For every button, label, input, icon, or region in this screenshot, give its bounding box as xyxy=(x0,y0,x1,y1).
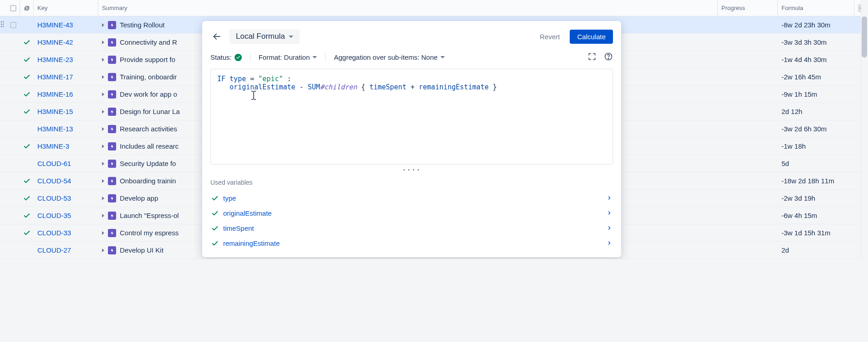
formula-value: -1w 18h xyxy=(778,138,854,155)
expand-icon[interactable] xyxy=(102,249,104,252)
chevron-right-icon xyxy=(607,224,612,232)
svg-point-5 xyxy=(3,26,4,27)
row-checkbox[interactable] xyxy=(6,22,20,28)
svg-point-0 xyxy=(1,21,2,22)
row-status-icon xyxy=(20,177,34,185)
epic-icon xyxy=(108,73,116,81)
summary-text: Research activities xyxy=(120,125,177,133)
expand-icon[interactable] xyxy=(102,231,104,235)
issue-key[interactable]: H3MINE-15 xyxy=(37,108,73,115)
summary-text: Includes all researc xyxy=(120,142,179,150)
issue-key[interactable]: CLOUD-54 xyxy=(37,177,71,185)
progress-cell xyxy=(718,207,778,224)
issue-key[interactable]: H3MINE-13 xyxy=(37,125,73,133)
used-variable-row[interactable]: originalEstimate xyxy=(210,206,613,221)
issue-key[interactable]: H3MINE-17 xyxy=(37,73,73,81)
aggregation-dropdown[interactable]: Aggregation over sub-items: None xyxy=(334,53,445,61)
column-progress[interactable]: Progress xyxy=(718,0,778,16)
expand-icon[interactable] xyxy=(102,23,104,27)
summary-text: Connectivity and R xyxy=(120,38,177,46)
issue-key[interactable]: H3MINE-42 xyxy=(37,38,73,46)
progress-cell xyxy=(718,68,778,85)
expand-icon[interactable] xyxy=(102,127,104,131)
used-variable-row[interactable]: remainingEstimate xyxy=(210,236,613,251)
summary-text: Develop app xyxy=(120,194,158,202)
summary-text: Testing Rollout xyxy=(120,21,164,29)
epic-icon xyxy=(108,177,116,185)
column-summary[interactable]: Summary xyxy=(98,0,718,16)
expand-icon[interactable] xyxy=(102,179,104,183)
row-status-icon xyxy=(20,56,34,63)
row-status-icon xyxy=(20,195,34,202)
progress-cell xyxy=(718,172,778,189)
select-all-checkbox[interactable] xyxy=(6,0,20,16)
vertical-scrollbar[interactable] xyxy=(861,0,868,259)
resize-handle[interactable]: • • • • xyxy=(210,167,613,172)
epic-icon xyxy=(108,160,116,168)
chevron-right-icon xyxy=(607,194,612,202)
header-row: Key Summary Progress Formula + xyxy=(0,0,868,16)
summary-text: Security Update fo xyxy=(120,160,176,167)
issue-key[interactable]: H3MINE-16 xyxy=(37,90,73,98)
used-variable-row[interactable]: type xyxy=(210,191,613,206)
help-icon[interactable] xyxy=(604,52,613,62)
progress-cell xyxy=(718,120,778,137)
expand-icon[interactable] xyxy=(102,145,104,148)
expand-icon[interactable] xyxy=(102,214,104,218)
summary-text: Dev work for app o xyxy=(120,90,177,98)
format-dropdown[interactable]: Format: Duration xyxy=(259,53,317,61)
formula-value: -18w 2d 18h 11m xyxy=(778,172,854,189)
text-cursor-icon xyxy=(250,90,257,103)
expand-icon[interactable] xyxy=(102,162,104,166)
summary-text: Training, onboardir xyxy=(120,73,177,81)
formula-value: -3w 2d 6h 30m xyxy=(778,120,854,137)
back-button[interactable] xyxy=(210,30,223,43)
row-status-icon xyxy=(20,143,34,150)
issue-key[interactable]: H3MINE-23 xyxy=(37,56,73,63)
formula-title-dropdown[interactable]: Local Formula xyxy=(230,29,300,44)
popover-title: Local Formula xyxy=(236,32,285,41)
column-formula[interactable]: Formula xyxy=(778,0,854,16)
issue-key[interactable]: CLOUD-27 xyxy=(37,246,71,254)
fullscreen-icon[interactable] xyxy=(587,52,597,62)
svg-point-8 xyxy=(608,58,608,59)
svg-point-4 xyxy=(1,26,2,27)
expand-icon[interactable] xyxy=(102,197,104,200)
epic-icon xyxy=(108,142,116,150)
epic-icon xyxy=(108,56,116,64)
formula-code-editor[interactable]: IF type = "epic" : originalEstimate - SU… xyxy=(210,69,613,165)
issue-key[interactable]: H3MINE-43 xyxy=(37,21,73,29)
expand-icon[interactable] xyxy=(102,75,104,79)
issue-key[interactable]: CLOUD-61 xyxy=(37,160,71,167)
expand-icon[interactable] xyxy=(102,110,104,114)
epic-icon xyxy=(108,246,116,254)
formula-value: -9w 1h 15m xyxy=(778,86,854,103)
svg-point-1 xyxy=(3,21,4,22)
progress-cell xyxy=(718,155,778,172)
formula-value: 5d xyxy=(778,155,854,172)
summary-text: Design for Lunar La xyxy=(120,108,180,115)
issue-key[interactable]: CLOUD-53 xyxy=(37,194,71,202)
variable-name: timeSpent xyxy=(223,224,254,232)
revert-button[interactable]: Revert xyxy=(535,30,564,43)
progress-cell xyxy=(718,242,778,259)
summary-text: Provide support fo xyxy=(120,56,175,63)
status-label: Status: xyxy=(210,53,242,61)
expand-icon[interactable] xyxy=(102,58,104,62)
epic-icon xyxy=(108,212,116,220)
epic-icon xyxy=(108,90,116,98)
formula-value: -2w 3d 19h xyxy=(778,190,854,207)
calculate-button[interactable]: Calculate xyxy=(570,30,613,44)
issue-key[interactable]: CLOUD-35 xyxy=(37,212,71,219)
formula-value: -1w 4d 4h 30m xyxy=(778,51,854,68)
progress-cell xyxy=(718,190,778,207)
formula-value: -3w 1d 15h 31m xyxy=(778,224,854,241)
used-variable-row[interactable]: timeSpent xyxy=(210,221,613,236)
expand-icon[interactable] xyxy=(102,93,104,96)
column-key[interactable]: Key xyxy=(34,0,98,16)
issue-key[interactable]: H3MINE-3 xyxy=(37,142,69,150)
sync-header-icon[interactable] xyxy=(20,0,34,16)
issue-key[interactable]: CLOUD-33 xyxy=(37,229,71,237)
formula-editor-popover: Local Formula Revert Calculate Status: F… xyxy=(202,21,621,257)
expand-icon[interactable] xyxy=(102,41,104,44)
